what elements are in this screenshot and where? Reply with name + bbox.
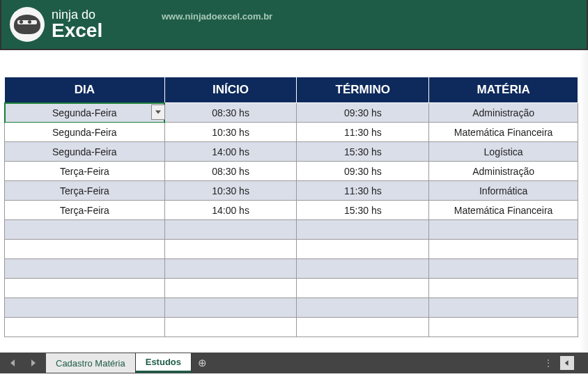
cell-dia[interactable]: [5, 318, 165, 337]
cell-dia[interactable]: [5, 298, 165, 318]
cell-dia[interactable]: [5, 279, 165, 298]
cell-dia[interactable]: [5, 259, 165, 279]
table-row: [5, 318, 578, 337]
cell-termino[interactable]: 09:30 hs: [297, 103, 429, 123]
cell-termino[interactable]: [297, 240, 429, 259]
cell-materia[interactable]: [429, 279, 578, 298]
cell-materia[interactable]: [429, 220, 578, 240]
cell-inicio[interactable]: 08:30 hs: [164, 103, 297, 123]
cell-inicio[interactable]: [164, 318, 297, 337]
cell-termino[interactable]: 15:30 hs: [297, 142, 429, 162]
table-row: [5, 298, 578, 318]
cell-termino[interactable]: 11:30 hs: [297, 123, 429, 142]
cell-dia[interactable]: Terça-Feira: [5, 162, 165, 181]
cell-dropdown-button[interactable]: [151, 105, 165, 120]
cell-dia[interactable]: [5, 220, 165, 240]
cell-materia[interactable]: Administração: [429, 162, 578, 181]
svg-marker-0: [155, 111, 161, 114]
cell-inicio[interactable]: [164, 259, 297, 279]
header-banner: ninja do Excel www.ninjadoexcel.com.br: [0, 0, 588, 50]
logo-icon: [10, 7, 45, 42]
table-row: [5, 259, 578, 279]
cell-inicio[interactable]: [164, 220, 297, 240]
cell-materia[interactable]: Informática: [429, 181, 578, 201]
cell-termino[interactable]: 15:30 hs: [297, 201, 429, 220]
cell-materia[interactable]: [429, 298, 578, 318]
header-inicio[interactable]: INÍCIO: [164, 77, 297, 103]
cell-termino[interactable]: 11:30 hs: [297, 181, 429, 201]
header-materia[interactable]: MATÉRIA: [429, 77, 578, 103]
brand-text: ninja do Excel: [52, 8, 102, 40]
svg-marker-2: [31, 359, 36, 366]
cell-materia[interactable]: Administração: [429, 103, 578, 123]
cell-termino[interactable]: 09:30 hs: [297, 162, 429, 181]
site-url: www.ninjadoexcel.com.br: [162, 11, 272, 22]
table-row: Segunda-Feira10:30 hs11:30 hsMatemática …: [5, 123, 578, 142]
schedule-table: DIA INÍCIO TÉRMINO MATÉRIA Segunda-Feira…: [4, 77, 578, 337]
cell-dia[interactable]: Segunda-Feira: [5, 103, 165, 123]
cell-dia[interactable]: [5, 240, 165, 259]
cell-inicio[interactable]: [164, 298, 297, 318]
sheet-tab-bar: Cadastro Matéria Estudos ⊕ ⋮: [0, 353, 588, 373]
header-termino[interactable]: TÉRMINO: [297, 77, 429, 103]
cell-inicio[interactable]: 14:00 hs: [164, 201, 297, 220]
cell-inicio[interactable]: 08:30 hs: [164, 162, 297, 181]
svg-marker-3: [565, 360, 568, 366]
table-row: [5, 240, 578, 259]
sheet-tab-estudos[interactable]: Estudos: [136, 353, 192, 373]
nav-prev-icon[interactable]: [10, 359, 17, 366]
cell-materia[interactable]: Matemática Financeira: [429, 123, 578, 142]
cell-inicio[interactable]: [164, 279, 297, 298]
cell-termino[interactable]: [297, 298, 429, 318]
cell-materia[interactable]: Logística: [429, 142, 578, 162]
table-row: Terça-Feira10:30 hs11:30 hsInformática: [5, 181, 578, 201]
svg-marker-1: [10, 359, 15, 366]
table-row: Segunda-Feira08:30 hs09:30 hsAdministraç…: [5, 103, 578, 123]
nav-next-icon[interactable]: [29, 359, 36, 366]
cell-termino[interactable]: [297, 279, 429, 298]
sheet-tab-label: Cadastro Matéria: [56, 358, 125, 369]
cell-dia[interactable]: Terça-Feira: [5, 201, 165, 220]
cell-dia[interactable]: Segunda-Feira: [5, 142, 165, 162]
cell-termino[interactable]: [297, 259, 429, 279]
table-row: Segunda-Feira14:00 hs15:30 hsLogística: [5, 142, 578, 162]
scroll-left-button[interactable]: [560, 356, 574, 370]
table-row: [5, 279, 578, 298]
cell-inicio[interactable]: 10:30 hs: [164, 181, 297, 201]
cell-inicio[interactable]: [164, 240, 297, 259]
cell-materia[interactable]: Matemática Financeira: [429, 201, 578, 220]
cell-inicio[interactable]: 14:00 hs: [164, 142, 297, 162]
cell-termino[interactable]: [297, 318, 429, 337]
more-options-icon[interactable]: ⋮: [543, 357, 552, 369]
brand-line2: Excel: [52, 21, 102, 40]
cell-dia[interactable]: Segunda-Feira: [5, 123, 165, 142]
cell-materia[interactable]: [429, 259, 578, 279]
table-row: Terça-Feira14:00 hs15:30 hsMatemática Fi…: [5, 201, 578, 220]
add-sheet-button[interactable]: ⊕: [192, 353, 212, 373]
cell-termino[interactable]: [297, 220, 429, 240]
chevron-down-icon: [155, 110, 161, 114]
table-row: [5, 220, 578, 240]
cell-dia[interactable]: Terça-Feira: [5, 181, 165, 201]
cell-materia[interactable]: [429, 318, 578, 337]
cell-inicio[interactable]: 10:30 hs: [164, 123, 297, 142]
table-row: Terça-Feira08:30 hs09:30 hsAdministração: [5, 162, 578, 181]
header-dia[interactable]: DIA: [5, 77, 165, 103]
sheet-tab-cadastro[interactable]: Cadastro Matéria: [46, 353, 136, 373]
cell-materia[interactable]: [429, 240, 578, 259]
sheet-tab-label: Estudos: [146, 357, 181, 367]
